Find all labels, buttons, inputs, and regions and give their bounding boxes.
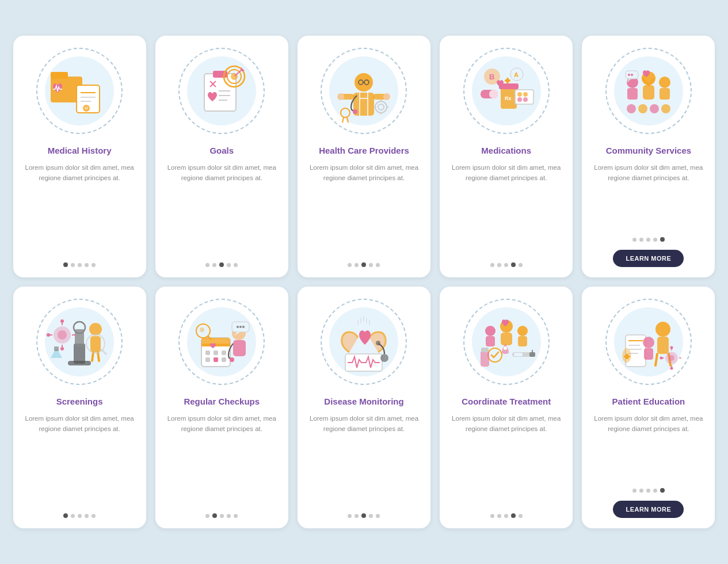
- svg-point-35: [378, 104, 384, 110]
- svg-point-48: [517, 97, 522, 102]
- dot-5: [519, 263, 523, 267]
- svg-point-8: [87, 107, 88, 108]
- icon-area-patient-education: [603, 296, 695, 388]
- pagination-dots: [205, 262, 238, 267]
- card-title: Goals: [209, 145, 234, 157]
- svg-point-49: [523, 97, 528, 102]
- svg-point-105: [237, 326, 239, 328]
- card-text: Lorem ipsum dolor sit dim amet, mea regi…: [448, 413, 565, 506]
- icon-area-health-care: [318, 45, 410, 137]
- svg-rect-57: [643, 85, 654, 100]
- dot-5: [660, 488, 665, 493]
- medical-history-icon: [45, 59, 114, 123]
- dot-4: [369, 263, 373, 267]
- svg-rect-123: [486, 336, 495, 346]
- svg-point-108: [230, 357, 234, 362]
- patient-education-icon: [614, 309, 683, 375]
- svg-line-87: [92, 352, 93, 361]
- dot-1: [490, 514, 494, 518]
- dot-4: [85, 263, 89, 267]
- icon-area-medications: Rx B A: [460, 45, 552, 137]
- pagination-dots: [63, 513, 96, 518]
- svg-rect-121: [501, 333, 512, 345]
- card-coordinate-treatment: Coordinate Treatment Lorem ipsum dolor s…: [440, 287, 573, 528]
- dot-3: [504, 263, 508, 267]
- svg-line-90: [102, 350, 106, 354]
- card-text: Lorem ipsum dolor sit dim amet, mea regi…: [21, 413, 138, 506]
- svg-rect-100: [222, 357, 226, 362]
- svg-point-85: [89, 323, 102, 336]
- dot-2: [212, 263, 216, 267]
- svg-text:A: A: [514, 71, 519, 78]
- svg-point-46: [517, 92, 522, 97]
- icon-area-coordinate: [460, 296, 552, 388]
- dot-5: [376, 263, 380, 267]
- svg-line-141: [655, 354, 657, 365]
- dot-3: [361, 262, 366, 267]
- pagination-dots: [490, 513, 523, 518]
- card-medications: Rx B A Medicati: [440, 36, 573, 277]
- card-text: Lorem ipsum dolor sit dim amet, mea regi…: [590, 413, 707, 481]
- svg-point-77: [58, 330, 67, 340]
- svg-rect-95: [205, 350, 210, 355]
- dot-5: [519, 514, 523, 518]
- svg-rect-97: [222, 350, 226, 355]
- icon-area-medical-history: [33, 45, 125, 137]
- dot-3: [219, 262, 224, 267]
- card-text: Lorem ipsum dolor sit dim amet, mea regi…: [21, 162, 138, 255]
- dot-1: [490, 263, 494, 267]
- svg-point-34: [375, 101, 387, 113]
- svg-point-60: [659, 77, 670, 88]
- pagination-dots: [63, 262, 96, 267]
- dot-5: [234, 263, 238, 267]
- svg-rect-61: [660, 88, 670, 100]
- card-disease-monitoring: Disease Monitoring Lorem ipsum dolor sit…: [298, 287, 430, 528]
- svg-rect-144: [644, 348, 653, 360]
- pagination-dots: [205, 513, 238, 518]
- dot-2: [355, 514, 359, 518]
- svg-point-29: [337, 93, 344, 100]
- svg-rect-102: [233, 340, 246, 356]
- dot-2: [355, 263, 359, 267]
- svg-rect-98: [205, 357, 210, 362]
- pagination-dots: [348, 262, 380, 267]
- health-care-providers-icon: [329, 58, 398, 124]
- card-patient-education: Patient Education Lorem ipsum dolor sit …: [582, 287, 715, 528]
- dot-4: [511, 513, 516, 518]
- dot-4: [653, 489, 657, 493]
- dot-1: [205, 263, 209, 267]
- community-services-icon: [614, 58, 683, 124]
- svg-point-148: [669, 355, 674, 361]
- svg-text:Rx: Rx: [505, 96, 512, 101]
- icon-area-disease-monitoring: [318, 296, 410, 388]
- svg-rect-1: [51, 72, 68, 79]
- svg-point-150: [670, 346, 673, 349]
- svg-point-122: [485, 326, 496, 336]
- learn-more-button[interactable]: LEARN MORE: [613, 250, 684, 267]
- dot-2: [71, 514, 75, 518]
- card-title: Health Care Providers: [319, 145, 409, 157]
- svg-point-139: [655, 322, 670, 337]
- card-regular-checkups: Regular Checkups Lorem ipsum dolor sit d…: [155, 287, 288, 528]
- icon-area-screenings: [33, 296, 125, 388]
- svg-point-66: [628, 74, 630, 76]
- goals-icon: [187, 59, 256, 123]
- cards-grid: Medical History Lorem ipsum dolor sit di…: [13, 36, 715, 528]
- dot-4: [85, 514, 89, 518]
- icon-area-checkups: [176, 296, 268, 388]
- dot-3: [646, 489, 650, 493]
- dot-1: [348, 263, 352, 267]
- disease-monitoring-icon: [329, 309, 398, 375]
- svg-rect-45: [515, 90, 533, 104]
- dot-1: [632, 238, 636, 242]
- card-text: Lorem ipsum dolor sit dim amet, mea regi…: [306, 162, 422, 255]
- svg-point-30: [383, 93, 390, 100]
- svg-rect-131: [481, 350, 489, 367]
- pagination-dots: [632, 237, 665, 242]
- svg-rect-72: [74, 344, 85, 364]
- pagination-dots: [490, 262, 523, 267]
- dot-2: [639, 489, 643, 493]
- svg-point-106: [239, 326, 242, 328]
- svg-line-32: [342, 117, 344, 123]
- learn-more-button-2[interactable]: LEARN MORE: [613, 501, 684, 518]
